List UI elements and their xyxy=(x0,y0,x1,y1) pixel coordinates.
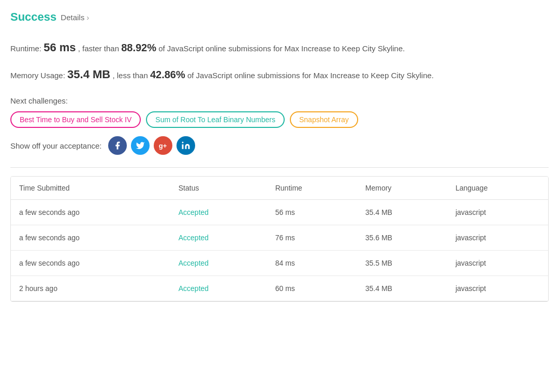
col-runtime: Runtime xyxy=(267,177,357,200)
success-label: Success xyxy=(10,10,56,24)
linkedin-icon[interactable] xyxy=(176,136,195,155)
runtime-stat: Runtime: 56 ms , faster than 88.92% of J… xyxy=(10,36,549,59)
social-section: Show off your acceptance: g+ xyxy=(10,136,549,155)
social-label: Show off your acceptance: xyxy=(10,141,102,150)
challenge-tag-stock[interactable]: Best Time to Buy and Sell Stock IV xyxy=(10,111,141,128)
cell-status[interactable]: Accepted xyxy=(170,276,267,301)
cell-runtime: 76 ms xyxy=(267,225,357,251)
google-plus-icon[interactable]: g+ xyxy=(154,136,172,155)
challenge-tags: Best Time to Buy and Sell Stock IV Sum o… xyxy=(10,111,549,128)
cell-language: javascript xyxy=(447,251,548,276)
runtime-value: 56 ms xyxy=(43,41,76,54)
col-language: Language xyxy=(447,177,548,200)
challenge-tag-snapshot[interactable]: Snapshot Array xyxy=(290,111,358,128)
runtime-suffix: of JavaScript online submissions for Max… xyxy=(158,44,405,53)
cell-runtime: 84 ms xyxy=(267,251,357,276)
cell-language: javascript xyxy=(447,276,548,301)
stats-section: Runtime: 56 ms , faster than 88.92% of J… xyxy=(10,36,549,86)
runtime-percent: 88.92% xyxy=(121,42,156,53)
cell-memory: 35.6 MB xyxy=(357,225,447,251)
col-status: Status xyxy=(170,177,267,200)
table-header-row: Time Submitted Status Runtime Memory Lan… xyxy=(11,177,548,200)
cell-time: a few seconds ago xyxy=(11,251,170,276)
chevron-icon: › xyxy=(86,13,89,22)
cell-runtime: 56 ms xyxy=(267,200,357,225)
col-time-submitted: Time Submitted xyxy=(11,177,170,200)
col-memory: Memory xyxy=(357,177,447,200)
cell-memory: 35.5 MB xyxy=(357,251,447,276)
cell-time: a few seconds ago xyxy=(11,200,170,225)
cell-runtime: 60 ms xyxy=(267,276,357,301)
cell-memory: 35.4 MB xyxy=(357,276,447,301)
cell-language: javascript xyxy=(447,225,548,251)
table-row: 2 hours agoAccepted60 ms35.4 MBjavascrip… xyxy=(11,276,548,301)
runtime-description: , faster than xyxy=(78,44,121,53)
cell-status[interactable]: Accepted xyxy=(170,225,267,251)
memory-stat: Memory Usage: 35.4 MB , less than 42.86%… xyxy=(10,63,549,86)
divider xyxy=(10,167,549,168)
svg-point-0 xyxy=(182,142,183,143)
next-challenges-label: Next challenges: xyxy=(10,96,549,105)
cell-language: javascript xyxy=(447,200,548,225)
table-row: a few seconds agoAccepted76 ms35.6 MBjav… xyxy=(11,225,548,251)
runtime-label: Runtime: xyxy=(10,44,41,53)
cell-memory: 35.4 MB xyxy=(357,200,447,225)
page-header: Success Details › xyxy=(10,10,549,24)
table-row: a few seconds agoAccepted56 ms35.4 MBjav… xyxy=(11,200,548,225)
memory-description: , less than xyxy=(112,71,150,80)
cell-time: a few seconds ago xyxy=(11,225,170,251)
challenge-tag-binary[interactable]: Sum of Root To Leaf Binary Numbers xyxy=(146,111,285,128)
table-row: a few seconds agoAccepted84 ms35.5 MBjav… xyxy=(11,251,548,276)
submissions-table: Time Submitted Status Runtime Memory Lan… xyxy=(11,177,548,301)
details-link[interactable]: Details › xyxy=(61,13,89,22)
cell-time: 2 hours ago xyxy=(11,276,170,301)
submissions-table-wrapper: Time Submitted Status Runtime Memory Lan… xyxy=(10,176,549,302)
memory-value: 35.4 MB xyxy=(67,68,110,81)
memory-label: Memory Usage: xyxy=(10,71,65,80)
twitter-icon[interactable] xyxy=(131,136,150,155)
memory-percent: 42.86% xyxy=(150,69,185,80)
facebook-icon[interactable] xyxy=(108,136,127,155)
social-icons: g+ xyxy=(108,136,195,155)
memory-suffix: of JavaScript online submissions for Max… xyxy=(187,71,434,80)
cell-status[interactable]: Accepted xyxy=(170,200,267,225)
cell-status[interactable]: Accepted xyxy=(170,251,267,276)
next-challenges-section: Next challenges: Best Time to Buy and Se… xyxy=(10,96,549,128)
